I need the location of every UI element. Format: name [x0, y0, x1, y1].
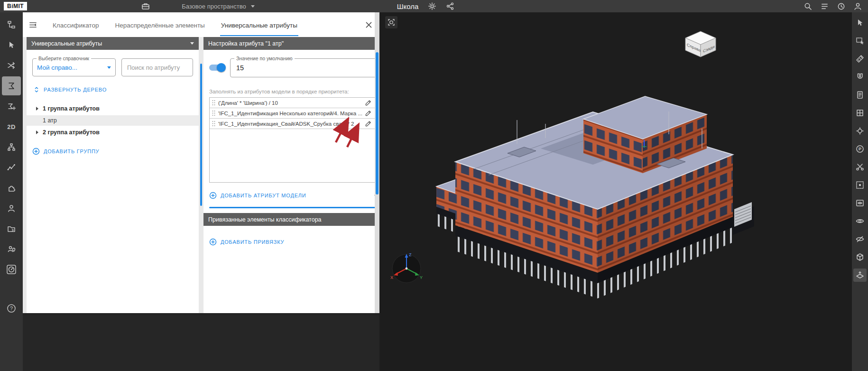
panel-scrollbar-track[interactable] — [375, 12, 379, 313]
horizontal-scrollbar[interactable] — [209, 207, 384, 208]
expand-tree-button[interactable]: Развернуть дерево — [33, 86, 107, 93]
add-group-button[interactable]: Добавить группу — [32, 148, 99, 155]
grid-tool[interactable] — [853, 106, 867, 120]
default-value-field: Значение по умолчанию — [230, 58, 384, 77]
reference-select-value: Мой справо... — [37, 64, 77, 71]
close-panel-button[interactable] — [365, 21, 373, 29]
workspace-button[interactable] — [141, 1, 150, 11]
panel-menu-button[interactable] — [28, 20, 37, 29]
relations-tool[interactable] — [2, 56, 21, 75]
plan-tool[interactable]: P — [853, 142, 867, 156]
frame-visibility-tool[interactable] — [853, 196, 867, 210]
history-button[interactable] — [837, 2, 846, 11]
share-button[interactable] — [446, 2, 454, 10]
edit-attribute-button[interactable] — [365, 110, 372, 117]
edit-attribute-button[interactable] — [365, 120, 372, 127]
measure-tool[interactable] — [853, 52, 867, 65]
shared-folder-tool[interactable] — [2, 219, 21, 238]
tab-classifier[interactable]: Классификатор — [52, 14, 100, 36]
add-circle-icon — [32, 148, 40, 155]
tab-universal-attributes[interactable]: Универсальные атрибуты — [220, 14, 298, 36]
user-location-tool[interactable] — [2, 240, 21, 259]
unfold-tree-icon — [33, 86, 40, 93]
viewport-3d[interactable]: Справа Сзади X Y Z — [379, 12, 852, 371]
2d-view-tool[interactable]: 2D — [2, 117, 21, 136]
bindings-title: Привязанные элементы классификатора — [208, 216, 322, 223]
drag-handle-icon[interactable] — [212, 100, 216, 106]
left-column-scrollbar[interactable] — [200, 64, 202, 206]
attribute-settings-section: Настройка атрибута "1 атр" Значение по у… — [203, 37, 389, 313]
tasks-list-icon — [820, 2, 829, 11]
attribute-search-input[interactable] — [126, 64, 188, 72]
help-tool[interactable]: ? — [2, 299, 21, 318]
account-icon — [853, 2, 862, 11]
edit-attribute-button[interactable] — [365, 99, 372, 106]
model-attribute-row[interactable]: ('Длина' * 'Ширина') / 10 — [210, 98, 383, 108]
workspace-selector[interactable]: Базовое пространство — [182, 3, 255, 10]
collapse-chevron-icon — [190, 42, 194, 45]
users-tool[interactable] — [2, 199, 21, 218]
drag-handle-icon[interactable] — [212, 121, 216, 127]
hidden-elements-tool[interactable] — [853, 232, 867, 246]
sum-attributes-tool[interactable] — [2, 76, 21, 95]
select-cursor-tool[interactable] — [853, 16, 867, 29]
tree-group-2[interactable]: 2 группа атрибутов — [32, 127, 193, 138]
model-attribute-row[interactable]: 'IFC_1_Идентификация Несколько категорий… — [210, 108, 383, 119]
plugins-icon — [7, 183, 16, 193]
chart-tool[interactable] — [2, 158, 21, 177]
hierarchy-tool[interactable] — [2, 138, 21, 157]
project-settings-button[interactable] — [428, 2, 436, 10]
topbar-right-icons — [803, 2, 862, 11]
relations-icon — [7, 61, 16, 70]
section-cut-icon — [855, 162, 865, 172]
visibility-tool[interactable] — [853, 214, 867, 228]
isolate-tool[interactable] — [853, 178, 867, 192]
tab-unassigned-elements[interactable]: Нераспределённые элементы — [114, 14, 205, 36]
add-model-attribute-button[interactable]: Добавить атрибут модели — [209, 192, 306, 199]
left-section-title: Универсальные атрибуты — [31, 40, 102, 47]
left-section-header[interactable]: Универсальные атрибуты — [27, 37, 199, 50]
account-button[interactable] — [853, 2, 862, 11]
add-circle-icon — [209, 192, 217, 199]
journal-tool[interactable] — [853, 88, 867, 102]
building-model[interactable] — [422, 67, 783, 299]
default-value-input[interactable] — [235, 64, 379, 72]
default-value-toggle[interactable] — [209, 65, 224, 71]
selection-box-icon — [855, 36, 865, 46]
section-plane-tool[interactable] — [853, 269, 867, 282]
pencil-icon — [365, 110, 372, 117]
workspace-label: Базовое пространство — [182, 3, 246, 10]
model-attribute-row[interactable]: 'IFC_1_Идентификация_Свай/ADSK_Срубка св… — [210, 119, 383, 129]
panel-scrollbar-thumb[interactable] — [376, 52, 379, 195]
tasks-button[interactable] — [820, 2, 829, 11]
snap-icon — [855, 72, 865, 82]
add-binding-button[interactable]: Добавить привязку — [209, 238, 284, 246]
reference-select[interactable]: Выберите справочник Мой справо... — [32, 58, 116, 76]
section-cut-tool[interactable] — [853, 160, 867, 174]
eye-icon — [855, 216, 865, 226]
axis-y-label: Y — [420, 275, 423, 280]
viewport-focus-button[interactable] — [385, 16, 397, 28]
search-button[interactable] — [803, 2, 813, 11]
drag-handle-icon[interactable] — [212, 110, 216, 116]
bindings-header[interactable]: Привязанные элементы классификатора — [203, 213, 389, 226]
snap-tool[interactable] — [853, 70, 867, 83]
selection-box-tool[interactable] — [853, 34, 867, 47]
grid-icon — [855, 108, 865, 118]
tree-group-1[interactable]: 1 группа атрибутов — [32, 103, 193, 114]
default-value-label: Значение по умолчанию — [234, 56, 295, 61]
axis-gizmo[interactable]: X Y Z — [388, 250, 425, 286]
settings-header[interactable]: Настройка атрибута "1 атр" — [203, 37, 389, 50]
add-sum-tool[interactable] — [2, 97, 21, 116]
focus-tool[interactable] — [853, 124, 867, 138]
box-mode-tool[interactable] — [853, 250, 867, 264]
model-tree-tool[interactable] — [2, 15, 21, 34]
model-attributes-list: ('Длина' * 'Ширина') / 10 — [209, 97, 384, 183]
plugins-tool[interactable] — [2, 178, 21, 197]
select-tool[interactable] — [2, 36, 21, 55]
view-cube[interactable]: Справа Сзади — [682, 28, 720, 59]
tree-item-1-atr[interactable]: 1 атр — [27, 115, 199, 126]
dashboard-tool[interactable] — [2, 260, 21, 279]
share-icon — [446, 2, 454, 10]
dashboard-icon — [6, 264, 17, 275]
